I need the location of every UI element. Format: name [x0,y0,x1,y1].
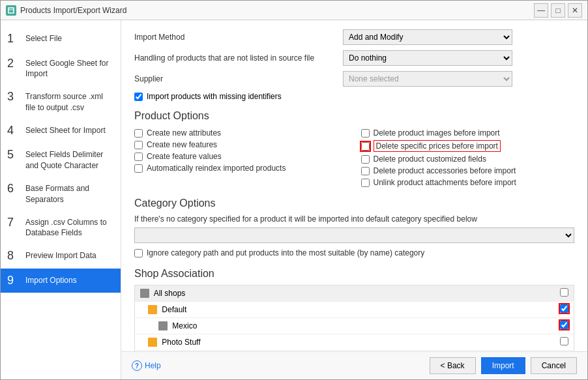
shop-row-default: Default [135,302,574,318]
help-icon: ? [132,360,142,371]
reindex-checkbox[interactable] [134,164,143,173]
sidebar-num-1: 1 [7,32,19,46]
option-create-attributes: Create new attributes [134,127,348,139]
option-reindex: Automatically reindex imported products [134,162,348,174]
shop-name-cell-all: All shops [135,285,555,302]
sidebar: 1 Select File 2 Select Google Sheet for … [1,20,121,379]
product-options-grid: Create new attributes Create new feature… [134,127,574,188]
handling-select[interactable]: Do nothing [343,50,512,66]
titlebar-buttons: — □ ✕ [534,3,582,18]
product-options-section: Product Options Create new attributes Cr… [134,110,574,188]
import-method-select[interactable]: Add and Modify [343,29,512,45]
sidebar-item-base-formats[interactable]: 6 Base Formats and Separators [1,177,121,211]
reindex-label: Automatically reindex imported products [147,164,286,173]
sidebar-item-delimiter[interactable]: 5 Select Fields Delimiter and Quote Char… [1,143,121,177]
ignore-category-checkbox[interactable] [134,249,143,257]
category-select[interactable] [134,227,574,243]
category-desc: If there's no category specified for a p… [134,214,574,224]
import-missing-row: Import products with missing identifiers [134,92,574,101]
sidebar-label-7: Assign .csv Columns to Database Fields [25,216,114,239]
delete-custom-fields-checkbox[interactable] [361,155,370,164]
sidebar-label-5: Select Fields Delimiter and Quote Charac… [25,148,114,171]
product-options-right: Delete product images before import Dele… [361,127,575,188]
create-feature-values-label: Create feature values [147,152,222,161]
option-create-feature-values: Create feature values [134,151,348,162]
supplier-select[interactable]: None selected [343,71,512,87]
sidebar-item-assign-columns[interactable]: 7 Assign .csv Columns to Database Fields [1,211,121,244]
sidebar-item-transform-xml[interactable]: 3 Transform source .xml file to output .… [1,85,121,119]
mexico-checkbox[interactable] [560,321,568,329]
folder-icon-photo-stuff [148,338,157,347]
sidebar-label-2: Select Google Sheet for Import [25,57,114,80]
mexico-label: Mexico [172,321,197,330]
shop-table: All shops Default [134,285,574,351]
sidebar-label-1: Select File [25,32,62,44]
all-shops-checkbox[interactable] [560,288,568,297]
delete-accessories-checkbox[interactable] [361,167,370,175]
default-checkbox[interactable] [560,304,568,313]
main-panel: Import Method Add and Modify Handling of… [121,20,587,379]
import-method-row: Import Method Add and Modify [134,29,574,45]
category-options-title: Category Options [134,197,574,209]
delete-accessories-label: Delete product accessories before import [374,166,516,175]
titlebar-title: Products Import/Export Wizard [20,6,534,15]
sidebar-label-9: Import Options [25,274,77,286]
sidebar-num-7: 7 [7,216,19,230]
photo-stuff-label: Photo Stuff [162,338,200,347]
shop-association-section: Shop Association All shops [134,268,574,351]
main-window: Products Import/Export Wizard — □ ✕ 1 Se… [0,0,588,380]
sidebar-label-6: Base Formats and Separators [25,182,114,205]
sidebar-num-2: 2 [7,57,19,71]
sidebar-label-8: Preview Import Data [25,249,96,261]
create-feature-values-checkbox[interactable] [134,153,143,161]
option-delete-custom-fields: Delete product customized fields [361,153,575,165]
import-button[interactable]: Import [481,357,525,374]
delete-prices-checkbox[interactable] [361,142,370,151]
sidebar-item-select-file[interactable]: 1 Select File [1,27,121,51]
delete-prices-label: Delete specific prices before import [374,140,501,152]
create-attributes-label: Create new attributes [147,128,221,138]
sidebar-num-8: 8 [7,249,19,263]
create-features-checkbox[interactable] [134,141,143,149]
create-attributes-checkbox[interactable] [134,129,143,138]
default-label: Default [162,305,186,314]
close-button[interactable]: ✕ [568,3,582,18]
sidebar-item-select-sheet[interactable]: 4 Select Sheet for Import [1,119,121,143]
delete-images-label: Delete product images before import [374,128,500,138]
cancel-button[interactable]: Cancel [531,357,577,374]
shop-row-mexico: Mexico [135,318,574,334]
photo-stuff-checkbox[interactable] [560,337,568,345]
all-shops-label: All shops [154,289,186,298]
shop-name-cell-default: Default [135,302,555,318]
mexico-checkbox-cell [555,318,574,334]
content-area: 1 Select File 2 Select Google Sheet for … [1,20,587,379]
product-options-left: Create new attributes Create new feature… [134,127,348,188]
minimize-button[interactable]: — [534,3,548,18]
sidebar-num-5: 5 [7,148,19,162]
help-label: Help [145,361,161,370]
shop-name-cell-photo-stuff: Photo Stuff [135,334,555,351]
option-delete-prices: Delete specific prices before import [361,139,575,153]
svg-rect-0 [8,8,14,13]
sidebar-label-4: Select Sheet for Import [25,124,106,136]
unlink-attachments-checkbox[interactable] [361,179,370,187]
sidebar-num-3: 3 [7,90,19,104]
sidebar-item-google-sheet[interactable]: 2 Select Google Sheet for Import [1,51,121,85]
handling-row: Handling of products that are not listed… [134,50,574,66]
ignore-category-row: Ignore category path and put products in… [134,247,574,259]
back-button[interactable]: < Back [430,357,476,374]
import-missing-checkbox[interactable] [134,93,143,101]
delete-images-checkbox[interactable] [361,129,370,138]
shop-association-title: Shop Association [134,268,574,280]
sidebar-num-9: 9 [7,274,19,288]
supplier-row: Supplier None selected [134,71,574,87]
sidebar-item-import-options[interactable]: 9 Import Options [1,269,121,293]
help-link[interactable]: ? Help [132,360,161,371]
option-unlink-attachments: Unlink product attachments before import [361,177,575,188]
sidebar-item-preview[interactable]: 8 Preview Import Data [1,244,121,269]
option-delete-accessories: Delete product accessories before import [361,165,575,177]
all-shops-checkbox-cell [555,285,574,302]
titlebar: Products Import/Export Wizard — □ ✕ [1,1,587,20]
option-create-features: Create new features [134,139,348,151]
maximize-button[interactable]: □ [551,3,565,18]
